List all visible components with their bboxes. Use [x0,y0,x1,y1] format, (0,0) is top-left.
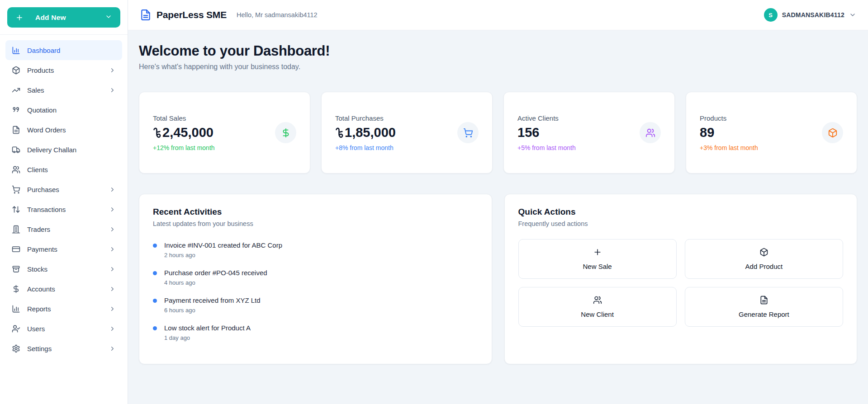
dollar-icon [275,122,296,143]
app-root: Add New Dashboard Products Sales [0,0,868,404]
stat-delta: +8% from last month [335,144,396,151]
sidebar-nav: Dashboard Products Sales Quotation Word … [0,35,128,404]
stat-delta: +12% from last month [153,144,215,151]
user-check-icon [12,324,20,333]
generate-report-button[interactable]: Generate Report [685,287,843,327]
chevron-right-icon [109,87,116,94]
bullet-dot [153,299,157,303]
stat-label: Total Sales [153,114,215,122]
chevron-right-icon [109,206,116,213]
sidebar-item-label: Payments [27,245,57,253]
add-product-button[interactable]: Add Product [685,239,843,279]
sidebar-item-label: Quotation [27,106,57,114]
panels-row: Recent Activities Latest updates from yo… [139,194,857,364]
panel-subtitle: Latest updates from your business [153,220,478,227]
quick-actions-grid: New Sale Add Product New Client Gen [518,239,844,327]
chevron-right-icon [109,226,116,233]
add-new-button[interactable]: Add New [7,7,120,28]
sidebar-item-label: Traders [27,225,50,233]
sidebar-item-reports[interactable]: Reports [5,299,122,319]
sidebar-item-label: Reports [27,305,51,313]
taka-currency-symbol [335,127,343,138]
bullet-dot [153,271,157,275]
arrows-up-down-icon [12,205,20,214]
sidebar-item-label: Purchases [27,186,59,193]
activity-list: Invoice #INV-001 created for ABC Corp 2 … [153,241,478,341]
plus-icon [15,14,24,22]
stat-label: Total Purchases [335,114,396,122]
sidebar-top: Add New [0,0,128,35]
sidebar-item-dashboard[interactable]: Dashboard [5,40,122,60]
activity-time: 6 hours ago [164,307,261,314]
stat-value: 2,45,000 [153,125,215,140]
new-client-button[interactable]: New Client [518,287,677,327]
bullet-dot [153,326,157,330]
chevron-right-icon [109,266,116,272]
archive-icon [12,265,20,273]
stat-card-total-sales: Total Sales 2,45,000 +12% from last mont… [139,92,310,174]
sidebar-item-quotation[interactable]: Quotation [5,100,122,120]
activity-text: Payment received from XYZ Ltd [164,296,261,305]
stat-value: 1,85,000 [335,125,396,140]
activity-item: Payment received from XYZ Ltd 6 hours ag… [153,296,478,314]
sidebar-item-payments[interactable]: Payments [5,239,122,259]
avatar: S [764,8,778,22]
stat-card-active-clients: Active Clients 156 +5% from last month [503,92,675,174]
package-icon [822,122,843,143]
sidebar-item-label: Clients [27,166,48,174]
activity-text: Low stock alert for Product A [164,324,251,332]
shopping-cart-icon [12,185,20,194]
sidebar-item-word-orders[interactable]: Word Orders [5,120,122,140]
stat-label: Products [700,114,758,122]
app-title: PaperLess SME [157,9,227,20]
sidebar-item-products[interactable]: Products [5,60,122,80]
sidebar-item-transactions[interactable]: Transactions [5,199,122,219]
bar-chart-icon [12,305,20,313]
recent-activities-panel: Recent Activities Latest updates from yo… [139,194,492,364]
dollar-icon [12,285,20,293]
chevron-down-icon [105,13,112,22]
dashboard-content: Welcome to your Dashboard! Here's what's… [128,30,868,377]
users-icon [593,296,602,305]
file-text-icon [759,296,768,305]
shopping-cart-icon [457,122,479,143]
sidebar-item-stocks[interactable]: Stocks [5,259,122,279]
new-sale-button[interactable]: New Sale [518,239,677,279]
stats-row: Total Sales 2,45,000 +12% from last mont… [139,92,857,174]
sidebar-item-traders[interactable]: Traders [5,219,122,239]
chevron-right-icon [109,286,116,292]
plus-icon [593,248,602,257]
sidebar-item-settings[interactable]: Settings [5,338,122,358]
sidebar-item-delivery-challan[interactable]: Delivery Challan [5,140,122,160]
quick-actions-panel: Quick Actions Frequently used actions Ne… [504,194,858,364]
chevron-right-icon [109,325,116,332]
activity-text: Invoice #INV-001 created for ABC Corp [164,241,282,249]
header: PaperLess SME Hello, Mr sadmansakib4112 … [128,0,868,30]
user-menu[interactable]: S SADMANSAKIB4112 [764,8,856,22]
page-title: Welcome to your Dashboard! [139,43,857,59]
credit-card-icon [12,245,20,254]
sidebar-item-clients[interactable]: Clients [5,160,122,179]
sidebar-item-accounts[interactable]: Accounts [5,279,122,299]
truck-icon [12,146,20,154]
main-column: PaperLess SME Hello, Mr sadmansakib4112 … [128,0,868,404]
sidebar-item-purchases[interactable]: Purchases [5,179,122,199]
sidebar-item-sales[interactable]: Sales [5,80,122,100]
sidebar-item-label: Dashboard [27,47,60,54]
file-text-icon [12,126,20,134]
stat-delta: +5% from last month [517,144,576,151]
greeting-text: Hello, Mr sadmansakib4112 [237,11,318,19]
username: SADMANSAKIB4112 [782,11,844,19]
gear-icon [12,344,20,353]
chevron-right-icon [109,67,116,74]
activity-item: Invoice #INV-001 created for ABC Corp 2 … [153,241,478,258]
package-icon [759,248,768,257]
chevron-down-icon [849,11,856,19]
activity-time: 1 day ago [164,334,251,341]
sidebar-item-label: Transactions [27,206,66,213]
bullet-dot [153,244,157,248]
package-icon [12,66,20,75]
stat-value: 156 [517,125,576,140]
sidebar-item-users[interactable]: Users [5,319,122,338]
sidebar-item-label: Word Orders [27,126,66,134]
